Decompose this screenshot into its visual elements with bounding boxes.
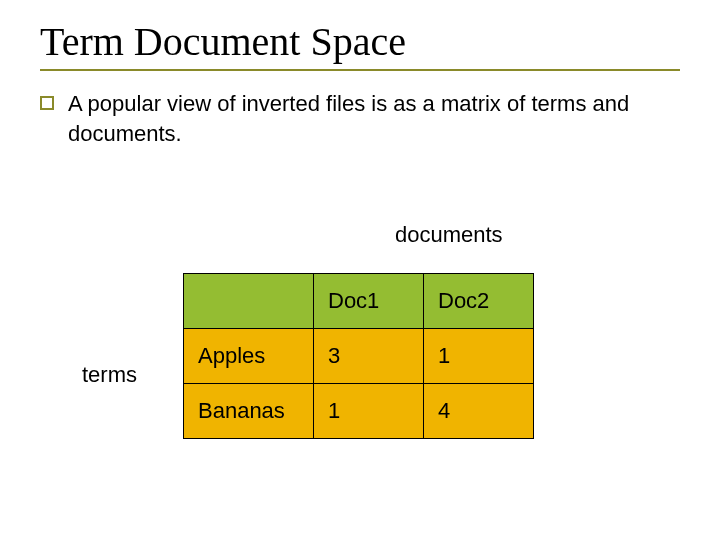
square-bullet-icon xyxy=(40,96,54,110)
bullet-item: A popular view of inverted files is as a… xyxy=(40,89,680,148)
row-header: Bananas xyxy=(184,384,314,439)
bullet-text: A popular view of inverted files is as a… xyxy=(68,89,680,148)
column-header: Doc1 xyxy=(314,274,424,329)
data-cell: 1 xyxy=(314,384,424,439)
table-row: Apples 3 1 xyxy=(184,329,534,384)
table-row: Doc1 Doc2 xyxy=(184,274,534,329)
row-header: Apples xyxy=(184,329,314,384)
header-blank-cell xyxy=(184,274,314,329)
terms-axis-label: terms xyxy=(82,362,137,388)
data-cell: 3 xyxy=(314,329,424,384)
column-header: Doc2 xyxy=(424,274,534,329)
documents-axis-label: documents xyxy=(395,222,503,248)
slide: Term Document Space A popular view of in… xyxy=(0,0,720,540)
page-title: Term Document Space xyxy=(40,18,680,65)
data-cell: 4 xyxy=(424,384,534,439)
term-document-matrix: Doc1 Doc2 Apples 3 1 Bananas 1 4 xyxy=(183,273,534,439)
data-cell: 1 xyxy=(424,329,534,384)
table-row: Bananas 1 4 xyxy=(184,384,534,439)
title-underline xyxy=(40,69,680,71)
